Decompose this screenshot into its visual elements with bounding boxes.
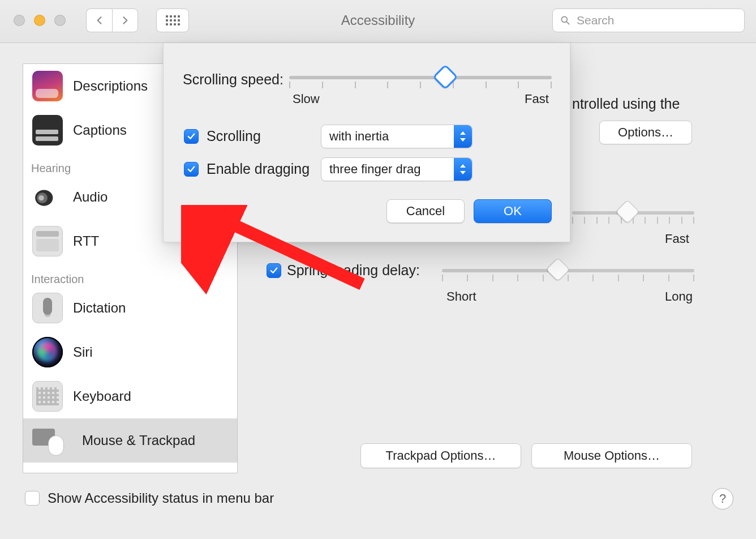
chevron-left-icon xyxy=(94,15,105,26)
dragging-mode-popup[interactable]: three finger drag xyxy=(321,157,472,181)
grid-icon xyxy=(166,15,180,25)
trackpad-options-button[interactable]: Trackpad Options… xyxy=(360,443,521,468)
dictation-icon xyxy=(32,293,63,323)
rtt-icon xyxy=(32,226,63,256)
enable-dragging-label: Enable dragging xyxy=(207,161,310,177)
back-button[interactable] xyxy=(86,8,112,32)
scrolling-speed-ticks xyxy=(289,82,552,89)
search-input[interactable] xyxy=(577,14,729,27)
sidebar-item-label: Mouse & Trackpad xyxy=(82,433,195,448)
scrolling-speed-slider[interactable] xyxy=(289,76,552,79)
svg-point-0 xyxy=(561,16,567,22)
minimize-window-button[interactable] xyxy=(34,15,45,26)
sidebar-item-dictation[interactable]: Dictation xyxy=(23,286,237,330)
zoom-window-button[interactable] xyxy=(54,15,66,26)
titlebar: Accessibility xyxy=(0,0,756,43)
spring-loading-short-label: Short xyxy=(446,289,476,304)
svg-point-4 xyxy=(38,195,44,200)
forward-button[interactable] xyxy=(112,8,138,32)
spring-loading-long-label: Long xyxy=(665,289,693,304)
mouse-trackpad-icon xyxy=(32,425,72,456)
dragging-row: Enable dragging xyxy=(184,161,310,177)
dragging-mode-value: three finger drag xyxy=(329,162,420,177)
sidebar-item-label: Keyboard xyxy=(73,388,131,404)
audio-icon xyxy=(32,182,63,212)
search-field[interactable] xyxy=(552,8,745,32)
sidebar-item-label: RTT xyxy=(73,233,99,249)
check-icon xyxy=(186,164,196,174)
sidebar-item-label: Audio xyxy=(73,189,108,205)
help-icon: ? xyxy=(719,491,726,506)
nav-buttons xyxy=(86,8,138,32)
scrolling-label: Scrolling xyxy=(207,128,261,144)
content-area: Descriptions Captions Hearing Audio RTT … xyxy=(0,43,756,539)
window-controls xyxy=(14,15,66,26)
check-icon xyxy=(269,266,279,276)
trackpad-options-sheet: Scrolling speed: Slow Fast Scrolling wit… xyxy=(163,43,570,242)
sidebar-item-label: Descriptions xyxy=(73,78,148,94)
scrolling-checkbox[interactable] xyxy=(184,129,199,144)
scrolling-speed-fast-label: Fast xyxy=(525,92,549,106)
spring-loading-label: Spring-loading delay: xyxy=(287,262,420,279)
popup-stepper-icon xyxy=(454,125,472,148)
show-status-label: Show Accessibility status in menu bar xyxy=(48,490,274,506)
sidebar-header-interaction: Interaction xyxy=(23,263,237,286)
help-button[interactable]: ? xyxy=(712,488,733,510)
search-icon xyxy=(560,15,571,26)
spring-loading-checkbox[interactable] xyxy=(267,263,281,278)
siri-icon xyxy=(32,337,63,367)
enable-dragging-checkbox[interactable] xyxy=(184,162,199,177)
scrolling-speed-slow-label: Slow xyxy=(293,92,320,106)
scrolling-row: Scrolling xyxy=(184,128,261,144)
cancel-button[interactable]: Cancel xyxy=(386,199,465,223)
svg-line-1 xyxy=(567,22,569,24)
sidebar-item-siri[interactable]: Siri xyxy=(23,330,237,374)
spring-loading-ticks xyxy=(442,275,694,283)
chevron-right-icon xyxy=(119,15,131,26)
scrolling-mode-popup[interactable]: with inertia xyxy=(321,125,472,148)
show-status-row: Show Accessibility status in menu bar xyxy=(25,490,274,506)
mouse-options-button[interactable]: Mouse Options… xyxy=(531,443,692,468)
sidebar-item-mouse-trackpad[interactable]: Mouse & Trackpad xyxy=(23,418,237,463)
controlled-using-text: ntrolled using the xyxy=(572,96,680,112)
keyboard-icon xyxy=(32,381,63,412)
show-all-button[interactable] xyxy=(156,8,189,32)
show-status-checkbox[interactable] xyxy=(25,491,40,506)
sidebar-item-label: Siri xyxy=(73,344,93,360)
check-icon xyxy=(186,131,196,142)
sidebar-item-label: Dictation xyxy=(73,300,126,316)
double-click-fast-label: Fast xyxy=(665,232,689,246)
scrolling-mode-value: with inertia xyxy=(329,129,389,144)
popup-stepper-icon xyxy=(454,158,472,181)
descriptions-icon xyxy=(32,71,63,101)
close-window-button[interactable] xyxy=(14,15,25,26)
captions-icon xyxy=(32,115,63,146)
ok-button[interactable]: OK xyxy=(474,199,552,223)
sidebar-item-label: Captions xyxy=(73,122,127,138)
scrolling-speed-label: Scrolling speed: xyxy=(183,71,284,88)
sidebar-item-keyboard[interactable]: Keyboard xyxy=(23,374,237,418)
options-button[interactable]: Options… xyxy=(599,121,692,144)
